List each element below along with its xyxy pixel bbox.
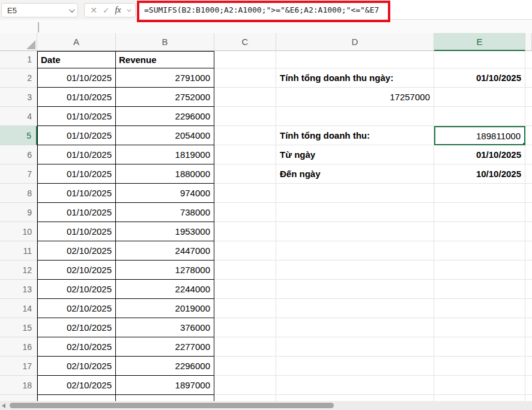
cell-b15[interactable]: 376000 — [116, 318, 214, 337]
row-header-6[interactable]: 6 — [0, 145, 37, 164]
cell-b5[interactable]: 2054000 — [116, 126, 214, 145]
cell-b19[interactable]: 471000 — [116, 395, 214, 401]
cell-a13[interactable]: 02/10/2025 — [37, 280, 116, 299]
cell-c16[interactable] — [214, 337, 276, 357]
cell-c6[interactable] — [214, 145, 276, 164]
cell-a14[interactable]: 02/10/2025 — [37, 299, 116, 318]
cell-f16[interactable] — [525, 337, 532, 357]
cell-f12[interactable] — [525, 261, 532, 280]
cell-c10[interactable] — [214, 222, 276, 241]
cell-a3[interactable]: 01/10/2025 — [37, 88, 116, 107]
cell-b17[interactable]: 2296000 — [116, 357, 214, 376]
cell-b13[interactable]: 2244000 — [116, 280, 214, 299]
cell-a10[interactable]: 01/10/2025 — [37, 222, 116, 241]
cell-c2[interactable] — [214, 68, 276, 88]
row-header-7[interactable]: 7 — [0, 164, 37, 184]
cell-a2[interactable]: 01/10/2025 — [37, 68, 116, 88]
column-header-c[interactable]: C — [214, 33, 276, 51]
horizontal-scrollbar[interactable] — [0, 401, 532, 410]
cell-d15[interactable] — [276, 318, 434, 337]
cell-f1[interactable] — [525, 51, 532, 68]
cell-f4[interactable] — [525, 107, 532, 126]
cell-f2[interactable] — [525, 68, 532, 88]
row-header-8[interactable]: 8 — [0, 184, 37, 203]
cell-f15[interactable] — [525, 318, 532, 337]
cell-f10[interactable] — [525, 222, 532, 241]
cell-c8[interactable] — [214, 184, 276, 203]
cell-d8[interactable] — [276, 184, 434, 203]
row-header-15[interactable]: 15 — [0, 318, 37, 337]
cell-d3[interactable]: 17257000 — [276, 88, 434, 107]
cell-f19[interactable] — [525, 395, 532, 401]
cell-e8[interactable] — [434, 184, 525, 203]
cell-b11[interactable]: 2447000 — [116, 241, 214, 261]
cell-a11[interactable]: 02/10/2025 — [37, 241, 116, 261]
cell-d10[interactable] — [276, 222, 434, 241]
cell-d4[interactable] — [276, 107, 434, 126]
cell-a6[interactable]: 01/10/2025 — [37, 145, 116, 164]
cell-a9[interactable]: 01/10/2025 — [37, 203, 116, 222]
row-header-9[interactable]: 9 — [0, 203, 37, 222]
cell-a7[interactable]: 01/10/2025 — [37, 164, 116, 184]
cell-d1[interactable] — [276, 51, 434, 68]
cell-c14[interactable] — [214, 299, 276, 318]
cell-e15[interactable] — [434, 318, 525, 337]
cell-e12[interactable] — [434, 261, 525, 280]
row-header-13[interactable]: 13 — [0, 280, 37, 299]
column-header-b[interactable]: B — [116, 33, 214, 51]
cell-d11[interactable] — [276, 241, 434, 261]
cell-b1[interactable]: Revenue — [116, 51, 214, 68]
row-header-2[interactable]: 2 — [0, 68, 37, 88]
cell-a15[interactable]: 02/10/2025 — [37, 318, 116, 337]
cell-e3[interactable] — [434, 88, 525, 107]
cell-d12[interactable] — [276, 261, 434, 280]
cell-e19[interactable] — [434, 395, 525, 401]
row-header-11[interactable]: 11 — [0, 241, 37, 261]
formula-input[interactable]: =SUMIFS(B2:B1000;A2:A1000;">="&E6;A2:A10… — [136, 0, 532, 20]
cell-c18[interactable] — [214, 376, 276, 395]
cell-e1[interactable] — [434, 51, 525, 68]
cell-f8[interactable] — [525, 184, 532, 203]
cell-e18[interactable] — [434, 376, 525, 395]
cell-b4[interactable]: 2296000 — [116, 107, 214, 126]
cell-f9[interactable] — [525, 203, 532, 222]
scroll-left-icon[interactable] — [2, 403, 5, 408]
cell-e9[interactable] — [434, 203, 525, 222]
cell-b2[interactable]: 2791000 — [116, 68, 214, 88]
row-header-14[interactable]: 14 — [0, 299, 37, 318]
row-header-16[interactable]: 16 — [0, 337, 37, 357]
cell-b8[interactable]: 974000 — [116, 184, 214, 203]
cell-a4[interactable]: 01/10/2025 — [37, 107, 116, 126]
cell-a16[interactable]: 02/10/2025 — [37, 337, 116, 357]
cell-d14[interactable] — [276, 299, 434, 318]
cell-c12[interactable] — [214, 261, 276, 280]
cell-f5[interactable] — [525, 126, 532, 145]
cancel-icon[interactable]: ✕ — [90, 6, 97, 14]
cell-c7[interactable] — [214, 164, 276, 184]
cell-f17[interactable] — [525, 357, 532, 376]
cell-d16[interactable] — [276, 337, 434, 357]
cell-e16[interactable] — [434, 337, 525, 357]
column-header-e[interactable]: E — [434, 33, 525, 51]
cell-c19[interactable] — [214, 395, 276, 401]
cell-f13[interactable] — [525, 280, 532, 299]
cell-b14[interactable]: 2019000 — [116, 299, 214, 318]
insert-function-icon[interactable]: fx — [115, 5, 121, 15]
row-header-17[interactable]: 17 — [0, 357, 37, 376]
enter-icon[interactable]: ✓ — [103, 7, 109, 14]
cell-b10[interactable]: 1953000 — [116, 222, 214, 241]
cell-b7[interactable]: 1880000 — [116, 164, 214, 184]
cell-d6[interactable]: Từ ngày — [276, 145, 434, 164]
cell-b12[interactable]: 1278000 — [116, 261, 214, 280]
cell-c5[interactable] — [214, 126, 276, 145]
fx-chevron-down-icon[interactable] — [127, 7, 131, 11]
row-header-12[interactable]: 12 — [0, 261, 37, 280]
column-header-d[interactable]: D — [276, 33, 434, 51]
cell-d19[interactable] — [276, 395, 434, 401]
cell-e17[interactable] — [434, 357, 525, 376]
cell-a17[interactable]: 02/10/2025 — [37, 357, 116, 376]
cell-e11[interactable] — [434, 241, 525, 261]
cell-d17[interactable] — [276, 357, 434, 376]
cell-c17[interactable] — [214, 357, 276, 376]
cell-a18[interactable]: 02/10/2025 — [37, 376, 116, 395]
